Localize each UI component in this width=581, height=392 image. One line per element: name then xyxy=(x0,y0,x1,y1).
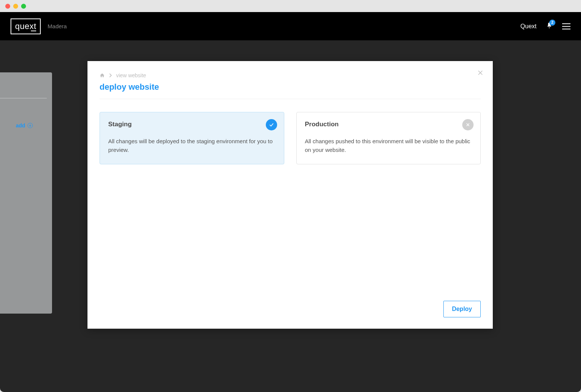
modal-footer: Deploy xyxy=(100,301,481,317)
production-card[interactable]: Production All changes pushed to this en… xyxy=(296,112,481,164)
home-icon[interactable] xyxy=(100,73,105,78)
modal-title: deploy website xyxy=(100,82,481,92)
menu-button[interactable] xyxy=(562,23,570,29)
chevron-right-icon xyxy=(108,73,113,78)
user-label[interactable]: Quext xyxy=(520,23,537,30)
notifications-button[interactable]: 2 xyxy=(546,22,553,31)
environment-cards: Staging All changes will be deployed to … xyxy=(100,112,481,164)
card-title: Production xyxy=(305,121,472,128)
x-icon xyxy=(465,122,471,127)
close-window-button[interactable] xyxy=(5,4,10,9)
project-name: Madera xyxy=(48,23,67,29)
close-modal-button[interactable] xyxy=(477,69,484,76)
window-titlebar xyxy=(0,0,581,12)
breadcrumb-item[interactable]: view website xyxy=(116,72,146,78)
maximize-window-button[interactable] xyxy=(21,4,26,9)
divider xyxy=(100,99,481,99)
selected-indicator xyxy=(266,119,277,130)
card-description: All changes will be deployed to the stag… xyxy=(108,137,276,154)
app-window: quext Madera Quext 2 add + xyxy=(0,0,581,392)
header-right: Quext 2 xyxy=(520,22,570,31)
unselected-indicator xyxy=(462,119,474,130)
plus-icon: + xyxy=(28,123,33,128)
minimize-window-button[interactable] xyxy=(13,4,18,9)
app-header: quext Madera Quext 2 xyxy=(0,12,581,40)
breadcrumb: view website xyxy=(100,72,481,78)
card-title: Staging xyxy=(108,121,276,128)
staging-card[interactable]: Staging All changes will be deployed to … xyxy=(100,112,284,164)
logo[interactable]: quext xyxy=(11,18,41,34)
notification-badge: 2 xyxy=(549,20,555,26)
header-left: quext Madera xyxy=(11,18,67,34)
background-sidebar: add + xyxy=(0,72,52,314)
close-icon xyxy=(477,69,484,76)
app-frame: quext Madera Quext 2 add + xyxy=(0,12,581,392)
card-description: All changes pushed to this environment w… xyxy=(305,137,472,154)
add-button[interactable]: add + xyxy=(16,122,33,129)
add-label: add xyxy=(16,122,25,129)
check-icon xyxy=(269,122,274,127)
deploy-modal: view website deploy website Staging All … xyxy=(87,61,493,329)
deploy-button[interactable]: Deploy xyxy=(443,301,481,317)
